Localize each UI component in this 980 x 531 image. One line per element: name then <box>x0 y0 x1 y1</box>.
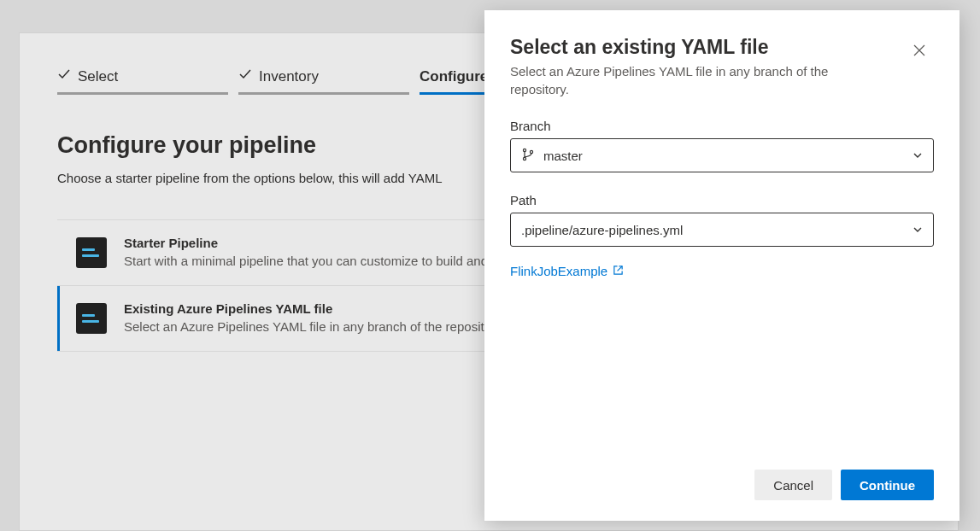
yaml-file-panel: Select an existing YAML file Select an A… <box>484 10 959 521</box>
repo-link[interactable]: FlinkJobExample <box>510 264 934 278</box>
panel-footer: Cancel Continue <box>510 470 934 500</box>
external-link-icon <box>613 264 624 278</box>
panel-title: Select an existing YAML file <box>510 36 869 59</box>
panel-heading-group: Select an existing YAML file Select an A… <box>510 36 869 98</box>
branch-value: master <box>543 149 583 163</box>
svg-point-2 <box>530 150 532 153</box>
continue-button[interactable]: Continue <box>841 470 934 500</box>
branch-field: Branch master <box>510 119 934 172</box>
close-icon <box>913 44 926 57</box>
panel-header: Select an existing YAML file Select an A… <box>510 36 934 98</box>
path-value: .pipeline/azure-pipelines.yml <box>521 223 683 237</box>
chevron-down-icon <box>913 223 923 237</box>
svg-point-0 <box>523 149 525 151</box>
branch-label: Branch <box>510 119 934 133</box>
branch-icon <box>521 148 535 164</box>
repo-link-text: FlinkJobExample <box>510 264 607 278</box>
close-button[interactable] <box>905 36 934 65</box>
cancel-button[interactable]: Cancel <box>754 470 832 500</box>
branch-dropdown[interactable]: master <box>510 138 934 172</box>
path-label: Path <box>510 193 934 207</box>
panel-subtitle: Select an Azure Pipelines YAML file in a… <box>510 62 869 98</box>
path-field: Path .pipeline/azure-pipelines.yml <box>510 193 934 247</box>
chevron-down-icon <box>913 149 923 163</box>
path-dropdown[interactable]: .pipeline/azure-pipelines.yml <box>510 213 934 247</box>
svg-point-1 <box>523 157 525 160</box>
